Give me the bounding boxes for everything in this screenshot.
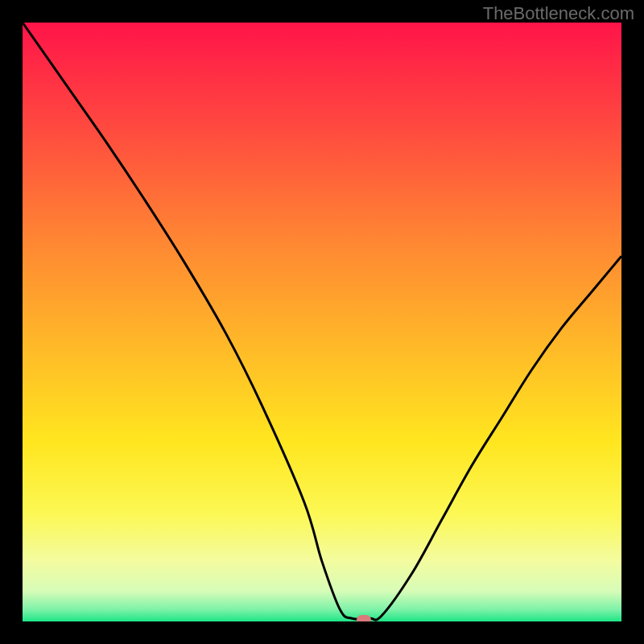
watermark-text: TheBottleneck.com [483,3,634,24]
plot-area [23,23,621,621]
minimum-marker [357,615,371,621]
bottleneck-curve [23,23,621,621]
